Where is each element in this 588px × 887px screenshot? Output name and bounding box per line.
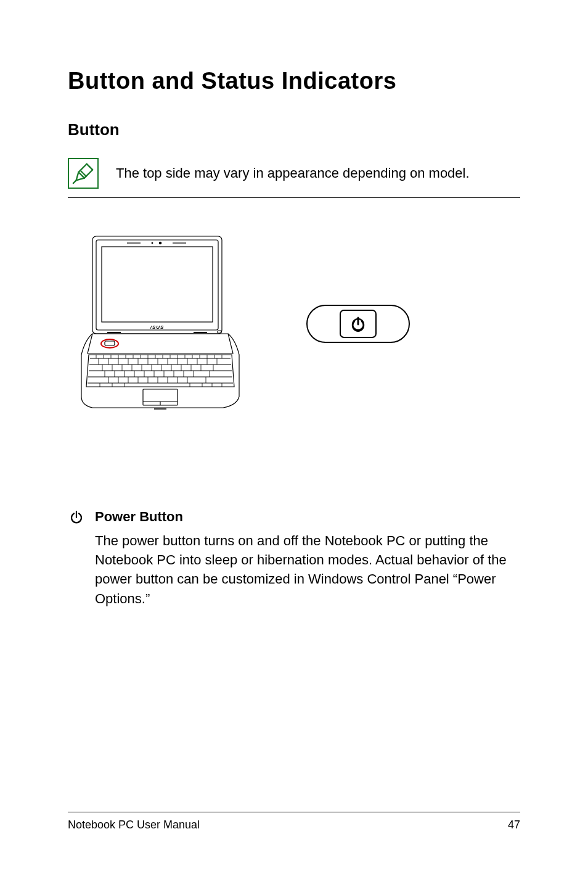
- svg-point-4: [152, 242, 153, 244]
- svg-rect-0: [92, 236, 222, 334]
- svg-rect-2: [102, 247, 213, 322]
- footer-divider: [68, 812, 520, 812]
- note-text: The top side may vary in appearance depe…: [116, 164, 470, 183]
- note-pencil-icon: [68, 158, 99, 189]
- divider: [68, 197, 520, 198]
- power-icon: [69, 510, 84, 525]
- svg-point-12: [101, 339, 118, 348]
- page-footer: Notebook PC User Manual 47: [68, 812, 520, 831]
- svg-text:/SUS: /SUS: [150, 324, 165, 330]
- info-note: The top side may vary in appearance depe…: [68, 158, 520, 189]
- power-button-description: The power button turns on and off the No…: [95, 531, 520, 608]
- page-title: Button and Status Indicators: [68, 68, 520, 94]
- section-heading-button: Button: [68, 120, 520, 139]
- power-button-item: Power Button: [69, 509, 520, 525]
- svg-rect-11: [218, 331, 221, 333]
- laptop-illustration: /SUS: [68, 231, 253, 416]
- svg-rect-13: [105, 341, 115, 345]
- power-button-detail-illustration: [306, 304, 410, 344]
- footer-doc-title: Notebook PC User Manual: [68, 819, 200, 831]
- footer-page-number: 47: [508, 819, 520, 831]
- power-button-heading: Power Button: [95, 509, 183, 525]
- page-content: Button and Status Indicators Button The …: [0, 0, 588, 608]
- svg-point-6: [160, 242, 160, 243]
- svg-rect-1: [96, 240, 218, 330]
- figures-row: /SUS: [68, 231, 520, 416]
